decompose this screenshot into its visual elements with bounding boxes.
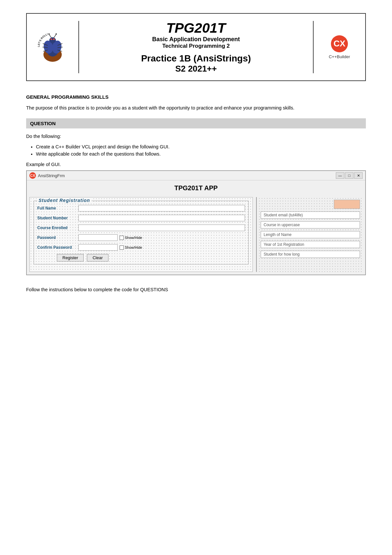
general-body-text: The purpose of this practice is to provi…	[26, 104, 366, 112]
colored-box-row	[261, 200, 360, 209]
minimize-button[interactable]: —	[336, 172, 344, 179]
full-name-input[interactable]	[78, 205, 245, 211]
gui-right-panel: Student email (tut4life) Course in upper…	[258, 197, 363, 272]
header-sub1: Basic Application Development	[82, 36, 310, 43]
restore-button[interactable]: □	[345, 172, 353, 179]
full-name-row: Full Name	[37, 205, 245, 211]
bullet-item-2: Write applicable code for each of the qu…	[36, 151, 366, 157]
question-bar: QUESTION	[26, 118, 366, 128]
gui-left-panel: Student Registration Full Name Student N…	[29, 197, 253, 272]
output-uppercase: Course in uppercase	[261, 221, 360, 228]
show-hide-confirm-checkbox[interactable]	[120, 245, 124, 250]
header-sub2: Technical Programming 2	[82, 43, 310, 49]
bullet-item-1: Create a C++ Builder VCL project and des…	[36, 144, 366, 149]
header-box: LET'S ROLL!	[26, 13, 366, 81]
gui-body: Student Registration Full Name Student N…	[27, 194, 365, 275]
bullet-list: Create a C++ Builder VCL project and des…	[36, 144, 366, 157]
output-student-duration: Student for how long	[261, 251, 360, 258]
gui-titlebar-text: AnsiStringFrm	[38, 173, 65, 178]
clear-button[interactable]: Clear	[87, 254, 108, 261]
header-practice: Practice 1B (AnsiStrings)	[82, 53, 310, 64]
student-number-label: Student Number	[37, 216, 76, 220]
header-center: TPG201T Basic Application Development Te…	[79, 14, 313, 80]
full-name-label: Full Name	[37, 206, 76, 210]
confirm-password-input[interactable]	[78, 244, 118, 251]
close-button[interactable]: ✕	[354, 172, 363, 179]
header-logo: LET'S ROLL!	[27, 21, 79, 73]
svg-line-9	[54, 34, 56, 38]
output-email: Student email (tut4life)	[261, 211, 360, 219]
output-year: Year of 1st Registration	[261, 241, 360, 248]
button-row: Register Clear	[57, 254, 245, 261]
confirm-password-label: Confirm Password	[37, 245, 76, 250]
course-enrolled-row: Course Enrolled	[37, 225, 245, 231]
show-hide-password-checkbox[interactable]	[120, 236, 124, 240]
course-enrolled-label: Course Enrolled	[37, 226, 76, 230]
gui-app-title: TPG201T APP	[27, 180, 365, 194]
student-registration-group: Student Registration Full Name Student N…	[34, 201, 249, 264]
password-label: Password	[37, 235, 76, 240]
cx-label: C++Builder	[329, 54, 350, 59]
show-hide-password-label: Show/Hide	[125, 236, 142, 240]
course-enrolled-input[interactable]	[78, 225, 245, 231]
confirm-password-row: Confirm Password Show/Hide	[37, 244, 245, 251]
show-hide-confirm-label: Show/Hide	[125, 245, 142, 249]
color-display-box	[334, 200, 360, 209]
show-hide-password[interactable]: Show/Hide	[120, 236, 142, 240]
gui-titlebar-left: CX AnsiStringFrm	[29, 172, 65, 179]
header-semester: S2 2021++	[82, 64, 310, 74]
follow-text: Follow the instructions below to complet…	[26, 287, 366, 292]
cx-badge: CX	[331, 35, 348, 52]
svg-point-7	[53, 39, 55, 40]
password-row: Password Show/Hide	[37, 234, 245, 241]
password-input[interactable]	[78, 234, 118, 241]
svg-line-8	[49, 34, 51, 38]
register-button[interactable]: Register	[57, 254, 84, 261]
logo-svg: LET'S ROLL!	[35, 29, 71, 65]
svg-point-10	[48, 33, 50, 35]
student-number-row: Student Number	[37, 215, 245, 221]
header-title: TPG201T	[82, 20, 310, 36]
gui-titlebar-controls[interactable]: — □ ✕	[336, 172, 363, 179]
gui-titlebar: CX AnsiStringFrm — □ ✕	[27, 171, 365, 180]
general-section: GENERAL PROGRAMMING SKILLS The purpose o…	[26, 94, 366, 112]
show-hide-confirm[interactable]: Show/Hide	[120, 245, 142, 250]
output-length: Length of Name	[261, 231, 360, 238]
group-box-label: Student Registration	[37, 198, 91, 203]
cx-small-icon: CX	[29, 172, 36, 179]
svg-point-5	[49, 37, 56, 43]
gui-window: CX AnsiStringFrm — □ ✕ TPG201T APP Stude…	[26, 170, 366, 275]
general-section-title: GENERAL PROGRAMMING SKILLS	[26, 94, 366, 100]
do-following-text: Do the following:	[26, 134, 366, 139]
svg-point-6	[51, 39, 52, 40]
svg-point-11	[56, 33, 57, 35]
header-cx: CX C++Builder	[313, 21, 365, 73]
example-label: Example of GUI.	[26, 162, 366, 167]
vertical-divider	[256, 197, 257, 272]
student-number-input[interactable]	[78, 215, 245, 221]
